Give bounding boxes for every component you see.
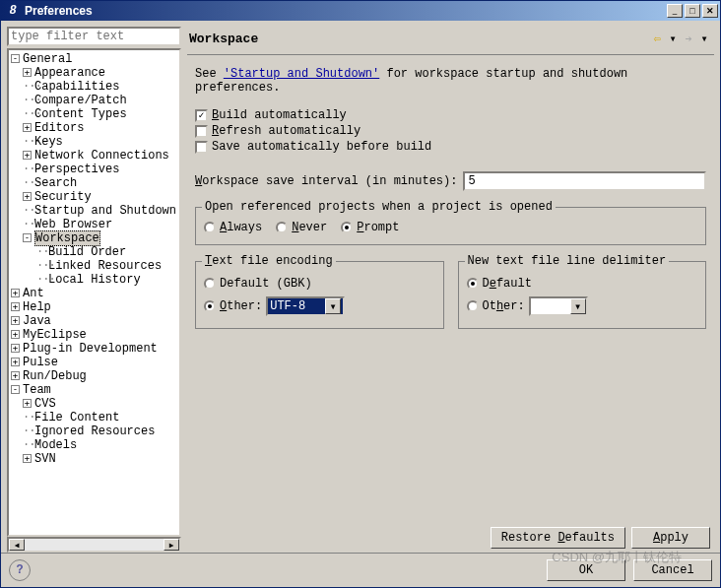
- expand-icon[interactable]: +: [11, 330, 20, 339]
- delim-other-radio[interactable]: [467, 300, 479, 312]
- dropdown-icon[interactable]: ▾: [325, 298, 341, 314]
- tree-node[interactable]: Appearance: [34, 66, 105, 80]
- titlebar: 8 Preferences _ □ ✕: [1, 1, 720, 21]
- enc-other-label: Other:: [220, 299, 262, 313]
- back-button[interactable]: ⇦: [649, 31, 665, 46]
- collapse-icon[interactable]: -: [23, 233, 32, 242]
- filter-input[interactable]: [7, 27, 181, 46]
- always-radio[interactable]: [204, 222, 216, 233]
- delimiter-select[interactable]: ▾: [529, 296, 588, 316]
- restore-defaults-button[interactable]: Restore Defaults: [491, 527, 625, 549]
- help-icon[interactable]: ?: [9, 559, 31, 581]
- left-pane: -General +Appearance ···Capabilities ···…: [7, 27, 181, 553]
- description: See 'Startup and Shutdown' for workspace…: [195, 67, 706, 95]
- tree-node[interactable]: Startup and Shutdown: [34, 204, 176, 218]
- tree-node[interactable]: Local History: [48, 273, 141, 287]
- forward-menu-icon[interactable]: ▾: [696, 31, 712, 46]
- tree-node[interactable]: Help: [23, 300, 51, 314]
- refresh-auto-label: Refresh automatically: [212, 124, 360, 138]
- scroll-left-icon[interactable]: ◂: [9, 539, 25, 551]
- expand-icon[interactable]: +: [11, 289, 20, 297]
- tree-node[interactable]: Capabilities: [34, 80, 119, 94]
- expand-icon[interactable]: +: [11, 344, 20, 353]
- apply-button[interactable]: Apply: [631, 527, 710, 549]
- group-title: Open referenced projects when a project …: [202, 200, 556, 214]
- expand-icon[interactable]: +: [23, 151, 32, 160]
- tree-node[interactable]: Plug-in Development: [23, 342, 158, 356]
- collapse-icon[interactable]: -: [11, 385, 20, 394]
- collapse-icon[interactable]: -: [11, 54, 20, 63]
- save-before-build-label: Save automatically before build: [212, 140, 431, 154]
- forward-button[interactable]: ➔: [681, 31, 696, 46]
- tree-node-workspace[interactable]: Workspace: [34, 230, 100, 246]
- back-menu-icon[interactable]: ▾: [665, 31, 681, 46]
- startup-shutdown-link[interactable]: 'Startup and Shutdown': [224, 67, 379, 81]
- expand-icon[interactable]: +: [23, 123, 32, 132]
- page-title: Workspace: [189, 32, 649, 46]
- delim-default-radio[interactable]: [467, 278, 479, 290]
- tree-node[interactable]: Build Order: [48, 245, 126, 259]
- tree-node[interactable]: CVS: [34, 397, 56, 411]
- enc-default-radio[interactable]: [204, 278, 216, 290]
- never-radio[interactable]: [276, 222, 288, 233]
- tree-node[interactable]: MyEclipse: [23, 328, 87, 342]
- encoding-select[interactable]: UTF-8▾: [266, 296, 345, 316]
- tree-node[interactable]: SVN: [34, 452, 56, 466]
- expand-icon[interactable]: +: [11, 371, 20, 380]
- tree-node[interactable]: Ant: [23, 287, 44, 300]
- tree-node[interactable]: Java: [23, 314, 51, 328]
- build-auto-label: Build automatically: [212, 108, 347, 122]
- tree-node[interactable]: Compare/Patch: [34, 94, 127, 107]
- tree-node[interactable]: Ignored Resources: [34, 425, 155, 438]
- enc-other-radio[interactable]: [204, 300, 216, 312]
- horizontal-scrollbar[interactable]: ◂ ▸: [7, 537, 181, 553]
- build-auto-checkbox[interactable]: ✓: [195, 109, 208, 122]
- tree-node[interactable]: Editors: [34, 121, 84, 135]
- preferences-tree[interactable]: -General +Appearance ···Capabilities ···…: [7, 48, 181, 537]
- interval-input[interactable]: [463, 171, 706, 191]
- tree-node-general[interactable]: General: [23, 52, 72, 66]
- tree-node[interactable]: Perspectives: [34, 163, 119, 176]
- tree-node[interactable]: Run/Debug: [23, 369, 87, 383]
- expand-icon[interactable]: +: [11, 302, 20, 311]
- group-title: Text file encoding: [202, 254, 336, 268]
- expand-icon[interactable]: +: [11, 316, 20, 325]
- prompt-label: Prompt: [357, 221, 399, 234]
- expand-icon[interactable]: +: [23, 399, 32, 408]
- never-label: Never: [292, 221, 327, 234]
- tree-node[interactable]: Linked Resources: [48, 259, 162, 273]
- expand-icon[interactable]: +: [23, 192, 32, 201]
- app-icon: 8: [5, 3, 21, 19]
- delim-default-label: Default: [483, 277, 532, 291]
- minimize-button[interactable]: _: [667, 4, 683, 18]
- dropdown-icon[interactable]: ▾: [570, 298, 586, 314]
- expand-icon[interactable]: +: [23, 68, 32, 77]
- refresh-auto-checkbox[interactable]: [195, 125, 208, 138]
- tree-node[interactable]: Search: [34, 176, 77, 190]
- always-label: Always: [220, 221, 262, 234]
- close-button[interactable]: ✕: [702, 4, 718, 18]
- open-referenced-group: Open referenced projects when a project …: [195, 207, 706, 245]
- tree-node[interactable]: Content Types: [34, 107, 127, 121]
- interval-label: Workspace save interval (in minutes):: [195, 174, 457, 188]
- tree-node[interactable]: Keys: [34, 135, 63, 149]
- group-title: New text file line delimiter: [465, 254, 670, 268]
- enc-default-label: Default (GBK): [220, 277, 312, 291]
- tree-node[interactable]: Pulse: [23, 356, 58, 369]
- tree-node-team[interactable]: Team: [23, 383, 51, 397]
- save-before-build-checkbox[interactable]: [195, 141, 208, 154]
- right-pane: Workspace ⇦ ▾ ➔ ▾ See 'Startup and Shutd…: [187, 27, 714, 553]
- encoding-group: Text file encoding Default (GBK) Other: …: [195, 261, 444, 329]
- expand-icon[interactable]: +: [11, 358, 20, 366]
- tree-node[interactable]: Models: [34, 438, 77, 452]
- maximize-button[interactable]: □: [685, 4, 700, 18]
- watermark: CSDN @九耶丨钛伦特: [552, 549, 682, 566]
- expand-icon[interactable]: +: [23, 454, 32, 463]
- prompt-radio[interactable]: [341, 222, 353, 233]
- tree-node[interactable]: File Content: [34, 411, 119, 425]
- tree-node[interactable]: Security: [34, 190, 92, 204]
- scroll-right-icon[interactable]: ▸: [164, 539, 179, 551]
- delimiter-group: New text file line delimiter Default Oth…: [458, 261, 707, 329]
- tree-node[interactable]: Web Browser: [34, 218, 112, 231]
- tree-node[interactable]: Network Connections: [34, 149, 169, 163]
